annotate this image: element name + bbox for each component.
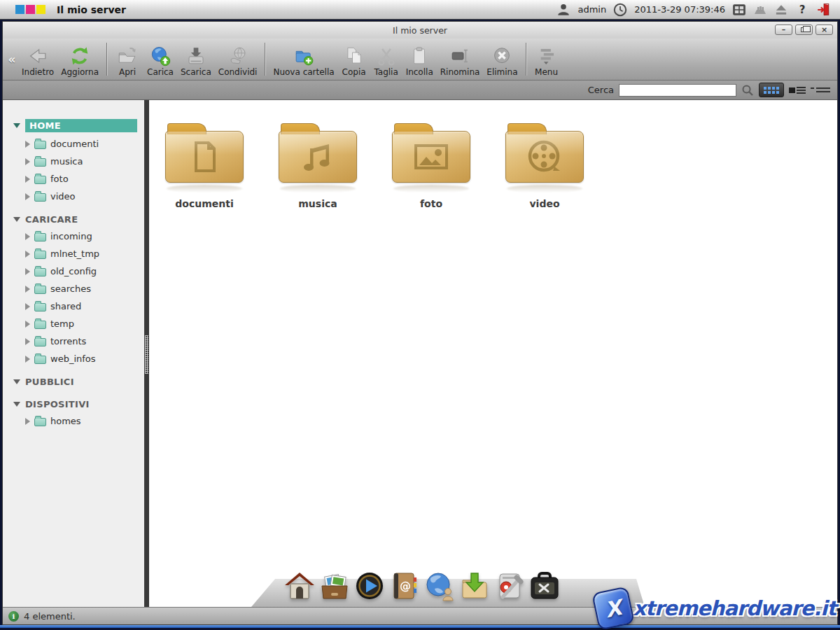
expand-triangle-icon[interactable] (25, 141, 30, 148)
menu-button[interactable]: Menu (531, 38, 563, 80)
sidebar-item-shared[interactable]: shared (3, 298, 144, 315)
sidebar-item-temp[interactable]: temp (3, 315, 144, 332)
expand-triangle-icon[interactable] (25, 356, 30, 363)
expand-triangle-icon[interactable] (25, 193, 30, 200)
address-book-icon[interactable]: @ (388, 570, 420, 601)
expand-triangle-icon[interactable] (25, 321, 30, 328)
delete-button[interactable]: Elimina (483, 38, 521, 80)
expand-triangle-icon[interactable] (25, 158, 30, 165)
logo-square-magenta (26, 5, 35, 14)
copy-button[interactable]: Copia (338, 38, 370, 80)
collapse-triangle-icon[interactable] (13, 402, 20, 407)
folder-tile-documenti[interactable]: documenti (155, 120, 253, 209)
download-button[interactable]: Scarica (177, 38, 215, 80)
desktop-title: Il mio server (57, 4, 126, 15)
sidebar-resize-divider[interactable] (144, 100, 149, 607)
rename-button[interactable]: Rinomina (437, 38, 484, 80)
folder-icon (34, 251, 46, 259)
sidebar-item-homes[interactable]: homes (3, 412, 144, 430)
sidebar-item-old-config[interactable]: old_config (3, 262, 144, 280)
cut-button[interactable]: Taglia (370, 38, 402, 80)
file-manager-window: Il mio server – × « Indietro Aggiorna (2, 21, 838, 625)
eject-icon[interactable] (774, 3, 788, 17)
sidebar-section-caricare[interactable]: CARICARE (3, 211, 144, 227)
grid-view-icon (764, 87, 779, 94)
expand-triangle-icon[interactable] (25, 303, 30, 310)
folder-icon (34, 286, 46, 294)
refresh-icon (68, 46, 92, 66)
expand-triangle-icon[interactable] (25, 251, 30, 258)
sidebar-item-documenti[interactable]: documenti (3, 135, 144, 153)
photo-box-icon[interactable] (318, 570, 350, 601)
big-folder-icon (279, 131, 357, 183)
sidebar-item-musica[interactable]: musica (3, 153, 144, 170)
details-view-button[interactable] (811, 83, 830, 97)
sidebar-item-video[interactable]: video (3, 188, 144, 205)
details-view-icon (811, 88, 830, 92)
sidebar-section-pubblici[interactable]: PUBBLICI (3, 374, 144, 390)
sidebar-item-web-infos[interactable]: web_infos (3, 350, 144, 368)
expand-triangle-icon[interactable] (25, 233, 30, 240)
sidebar-item-mlnet-tmp[interactable]: mlnet_tmp (3, 245, 144, 262)
folder-tile-video[interactable]: video (496, 120, 594, 209)
new-folder-icon (292, 46, 316, 66)
web-users-icon[interactable] (424, 570, 455, 601)
new-folder-button[interactable]: Nuova cartella (270, 38, 337, 80)
dock-icon[interactable] (753, 3, 767, 17)
windows-grid-icon[interactable] (732, 3, 746, 17)
folder-reflection (507, 185, 582, 192)
minimize-button[interactable]: – (775, 24, 792, 35)
download-icon (184, 46, 208, 66)
resize-grip-icon[interactable] (145, 335, 148, 374)
search-input[interactable] (619, 84, 736, 97)
disk-utility-icon[interactable] (493, 570, 525, 601)
expand-triangle-icon[interactable] (25, 286, 30, 293)
back-button[interactable]: Indietro (18, 38, 57, 80)
upload-button[interactable]: Carica (144, 38, 177, 80)
sidebar-section-home[interactable]: HOME (3, 116, 144, 135)
paste-icon (407, 46, 431, 66)
home-icon[interactable] (284, 570, 315, 601)
sidebar-item-torrents[interactable]: torrents (3, 332, 144, 350)
help-icon[interactable]: ? (795, 3, 809, 17)
sidebar-item-foto[interactable]: foto (3, 170, 144, 188)
menu-icon (535, 46, 559, 66)
paste-button[interactable]: Incolla (402, 38, 437, 80)
logout-icon[interactable] (816, 3, 830, 17)
close-button[interactable]: × (816, 24, 833, 35)
folder-tile-musica[interactable]: musica (269, 120, 367, 209)
sidebar-item-incoming[interactable]: incoming (3, 227, 144, 245)
status-text: 4 elementi. (24, 611, 76, 622)
window-titlebar[interactable]: Il mio server – × (3, 22, 837, 38)
datetime: 2011-3-29 07:39:46 (634, 4, 725, 15)
collapse-triangle-icon[interactable] (13, 217, 20, 222)
expand-triangle-icon[interactable] (25, 176, 30, 183)
share-button[interactable]: Condividi (215, 38, 261, 80)
magnifier-icon[interactable] (741, 83, 754, 97)
sidebar-tree: HOME documenti musica foto video (3, 100, 144, 607)
logged-user: admin (578, 4, 606, 15)
cut-icon (374, 46, 398, 66)
clock-icon (613, 3, 627, 17)
restore-button[interactable] (795, 24, 813, 35)
collapse-triangle-icon[interactable] (13, 123, 20, 128)
folder-tile-foto[interactable]: foto (382, 120, 480, 209)
refresh-button[interactable]: Aggiorna (57, 38, 102, 80)
expand-triangle-icon[interactable] (25, 268, 30, 275)
open-button[interactable]: Apri (111, 38, 144, 80)
media-player-icon[interactable] (354, 570, 385, 601)
toolbox-icon[interactable] (528, 570, 560, 601)
big-folder-icon (165, 131, 244, 183)
watermark: X xtremehardware.it (595, 589, 836, 627)
list-view-button[interactable] (789, 83, 806, 97)
download-folder-icon[interactable] (458, 570, 490, 601)
grid-view-button[interactable] (759, 83, 784, 97)
sidebar-section-dispositivi[interactable]: DISPOSITIVI (3, 396, 144, 412)
sidebar-item-searches[interactable]: searches (3, 280, 144, 298)
back-icon (26, 46, 50, 66)
expand-triangle-icon[interactable] (25, 338, 30, 345)
overflow-left-chevron[interactable]: « (6, 38, 18, 80)
expand-triangle-icon[interactable] (25, 418, 30, 425)
document-emblem-icon (186, 139, 223, 175)
collapse-triangle-icon[interactable] (13, 379, 20, 384)
